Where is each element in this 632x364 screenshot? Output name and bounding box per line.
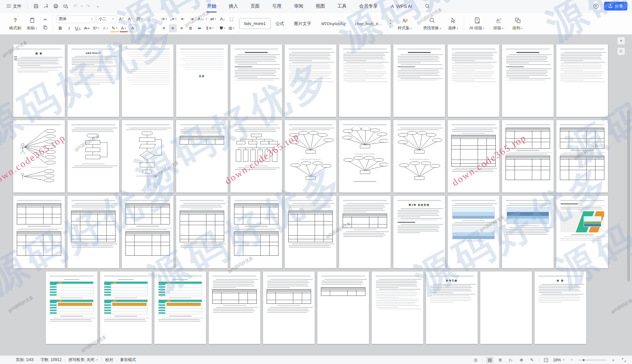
arrange-button[interactable]: 排列▼ (511, 16, 525, 32)
page-indicator[interactable]: 页面: 1/43 (16, 357, 34, 363)
share-button[interactable]: 分享 (604, 2, 627, 11)
save-button[interactable] (32, 2, 40, 11)
document-canvas[interactable]: 摘 要ABSTRACT目录第4章 系统实现参考文献致 谢 ✦ ⎘ (0, 35, 632, 355)
read-mode-button[interactable]: ▷ (507, 357, 514, 363)
sort-button[interactable]: A↓ (219, 15, 226, 23)
increase-font-button[interactable]: A⁺ (118, 15, 125, 23)
page-thumbnail-14[interactable] (122, 120, 173, 193)
tab-page[interactable]: 页面 (244, 0, 266, 13)
page-thumbnail-3[interactable] (122, 44, 173, 117)
style-gallery-nav[interactable]: ▲ ▼ ≡ (388, 14, 393, 33)
style-set-button[interactable]: A 样式集▼ (396, 16, 414, 32)
page-thumbnail-31[interactable] (448, 196, 499, 268)
tab-view[interactable]: 视图 (309, 0, 331, 13)
print-button[interactable] (51, 2, 60, 11)
page-thumbnail-26[interactable] (176, 196, 228, 268)
page-thumbnail-22[interactable] (556, 120, 608, 193)
show-marks-button[interactable]: ⬚ (227, 15, 235, 23)
file-menu-button[interactable]: 文件 (5, 2, 23, 11)
text-effects-button[interactable]: A▼ (102, 24, 110, 32)
page-thumbnail-2[interactable]: ABSTRACT (67, 44, 119, 117)
eye-protect-button[interactable]: ◎ (472, 357, 479, 363)
decrease-font-button[interactable]: A⁻ (126, 15, 134, 23)
tab-home[interactable]: 开始 (201, 0, 223, 13)
zoom-out-button[interactable]: − (568, 357, 575, 363)
search-button[interactable] (423, 2, 432, 11)
page-thumbnail-19[interactable] (393, 120, 445, 193)
page-thumbnail-36[interactable] (154, 272, 206, 344)
character-scale-button[interactable]: A⇔▼ (197, 15, 208, 23)
phonetic-guide-button[interactable]: 拼▼ (135, 15, 144, 23)
page-thumbnail-38[interactable] (263, 272, 315, 344)
page-thumbnail-17[interactable] (285, 120, 336, 193)
word-count[interactable]: 字数: 10912 (40, 357, 62, 363)
page-thumbnail-39[interactable] (317, 272, 369, 344)
proofread-button[interactable]: 校对 (105, 357, 113, 363)
page-thumbnail-41[interactable]: 参考文献 (426, 272, 478, 344)
character-shading-button[interactable]: A (129, 24, 137, 32)
style-chip[interactable]: MTDisplayEq (316, 18, 350, 29)
strikethrough-button[interactable]: A▼ (83, 24, 91, 32)
page-thumbnail-21[interactable] (502, 120, 554, 193)
style-chip[interactable]: chap_body_it… (350, 18, 387, 29)
align-center-button[interactable]: ≡ (169, 24, 177, 32)
format-painter-button[interactable]: 格式刷 (7, 16, 23, 32)
style-chip[interactable]: bds_more1 (239, 18, 271, 29)
page-thumbnail-12[interactable] (13, 120, 65, 193)
ink-button[interactable]: ✎ (528, 357, 536, 363)
scrollbar-thumb[interactable] (627, 110, 630, 281)
page-thumbnail-24[interactable] (67, 196, 119, 268)
undo-button[interactable]: ↶ (71, 2, 80, 11)
zoom-in-button[interactable]: ＋ (610, 357, 617, 363)
page-thumbnail-25[interactable] (122, 196, 173, 268)
align-left-button[interactable]: ≡ (160, 24, 168, 32)
cut-button[interactable]: ✂ (41, 16, 49, 24)
font-name-select[interactable]: 黑体▼ (56, 15, 95, 23)
align-right-button[interactable]: ≡ (178, 24, 186, 32)
page-thumbnail-35[interactable] (100, 272, 152, 344)
font-size-select[interactable]: 小二▼ (96, 15, 117, 23)
page-thumbnail-40[interactable] (372, 272, 423, 344)
redo-button[interactable]: ↷ (84, 2, 92, 11)
page-thumbnail-32[interactable] (502, 196, 554, 268)
zoom-slider-thumb[interactable] (582, 358, 585, 362)
tab-tools[interactable]: 工具 (331, 0, 353, 13)
page-thumbnail-42[interactable] (480, 272, 532, 344)
web-view-button[interactable]: ⊕ (518, 357, 525, 363)
side-quick-icon-1[interactable]: ✦ (618, 37, 625, 44)
style-up-icon[interactable]: ▲ (389, 18, 392, 21)
outline-view-button[interactable]: ≣ (497, 357, 504, 363)
zoom-level[interactable]: 18%▼ (553, 358, 565, 362)
side-quick-icon-2[interactable]: ⎘ (618, 48, 625, 55)
superscript-button[interactable]: X²▼ (92, 24, 101, 32)
page-thumbnail-20[interactable] (448, 120, 499, 193)
page-thumbnail-10[interactable] (502, 44, 554, 117)
page-thumbnail-29[interactable] (339, 196, 391, 268)
font-color-button[interactable]: A▼ (120, 24, 128, 32)
page-thumbnail-16[interactable] (230, 120, 282, 193)
increase-indent-button[interactable]: ⇥ (188, 15, 196, 23)
text-direction-button[interactable]: ⇄▼ (209, 15, 218, 23)
shading-button[interactable]: ⛊▼ (219, 24, 226, 32)
page-thumbnail-33[interactable] (556, 196, 608, 268)
tab-insert[interactable]: 插入 (223, 0, 244, 13)
style-chip[interactable]: 图片文字 (289, 18, 316, 30)
italic-button[interactable]: I (65, 24, 73, 32)
numbered-list-button[interactable]: ₁≡▼ (170, 15, 178, 23)
ai-layout-button[interactable]: AI 排版▼ (467, 16, 487, 32)
bullet-list-button[interactable]: ⁝≡▼ (160, 15, 169, 23)
style-chip[interactable]: 公式 (271, 18, 289, 30)
tab-wps-ai[interactable]: WPS AI (384, 0, 418, 13)
spell-check-toggle[interactable]: 拼写检查: 关闭▼ (68, 357, 98, 363)
select-button[interactable]: 选择▼ (446, 16, 461, 32)
page-thumbnail-27[interactable] (230, 196, 282, 268)
decrease-indent-button[interactable]: ⇤ (179, 15, 187, 23)
bold-button[interactable]: B (56, 24, 64, 32)
tab-review[interactable]: 审阅 (288, 0, 309, 13)
page-thumbnail-6[interactable] (285, 44, 336, 117)
page-thumbnail-13[interactable] (67, 120, 119, 193)
style-down-icon[interactable]: ▼ (389, 22, 392, 25)
page-thumbnail-5[interactable] (230, 44, 282, 117)
export-pdf-button[interactable] (41, 2, 50, 11)
page-thumbnail-7[interactable] (339, 44, 391, 117)
